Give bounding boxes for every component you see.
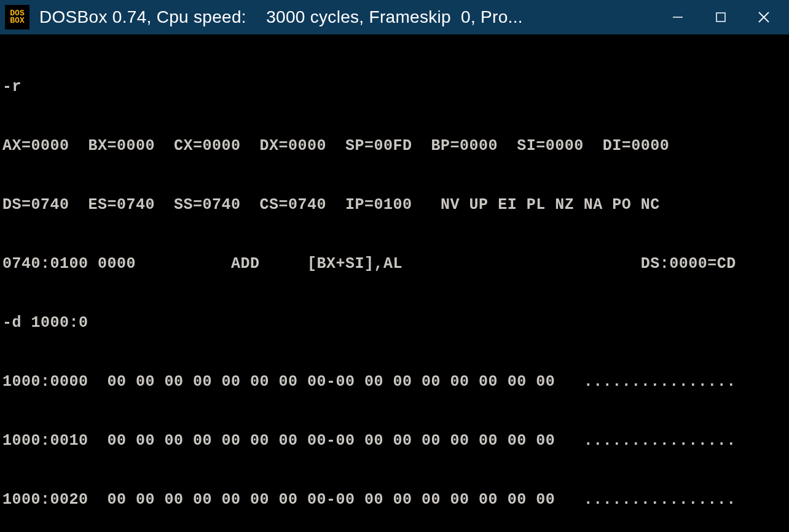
memory-dump-row: 1000:0000 00 00 00 00 00 00 00 00-00 00 … — [2, 372, 787, 392]
debug-command: -d 1000:0 — [2, 313, 787, 333]
window-controls — [656, 0, 785, 34]
debug-command: -r — [2, 77, 787, 97]
minimize-button[interactable] — [656, 0, 699, 34]
disassembly-line: 0740:0100 0000 ADD [BX+SI],AL DS:0000=CD — [2, 254, 787, 274]
maximize-button[interactable] — [699, 0, 742, 34]
titlebar[interactable]: DOS BOX DOSBox 0.74, Cpu speed: 3000 cyc… — [0, 0, 789, 34]
terminal-area[interactable]: -r AX=0000 BX=0000 CX=0000 DX=0000 SP=00… — [0, 34, 789, 532]
memory-dump-row: 1000:0020 00 00 00 00 00 00 00 00-00 00 … — [2, 490, 787, 510]
memory-dump-row: 1000:0010 00 00 00 00 00 00 00 00-00 00 … — [2, 431, 787, 451]
close-button[interactable] — [742, 0, 785, 34]
registers-line-2: DS=0740 ES=0740 SS=0740 CS=0740 IP=0100 … — [2, 195, 787, 215]
close-icon — [757, 10, 771, 24]
window-title: DOSBox 0.74, Cpu speed: 3000 cycles, Fra… — [39, 7, 656, 27]
registers-line-1: AX=0000 BX=0000 CX=0000 DX=0000 SP=00FD … — [2, 136, 787, 156]
app-icon: DOS BOX — [5, 5, 29, 29]
minimize-icon — [672, 11, 684, 23]
svg-rect-1 — [716, 13, 725, 22]
maximize-icon — [715, 12, 726, 23]
